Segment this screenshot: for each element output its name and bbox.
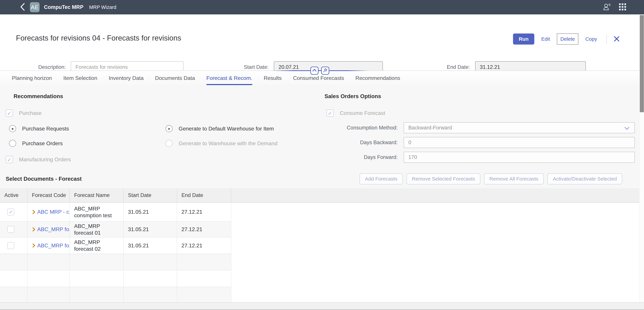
table-row: ABC_MRP fo... ABC_MRP forecast 01 31.05.…: [0, 222, 644, 237]
cell-start-date: 31.05.21: [124, 237, 177, 254]
chevron-right-icon: [32, 243, 36, 248]
edit-button[interactable]: Edit: [538, 33, 554, 44]
purchase-requests-label: Purchase Requests: [22, 126, 69, 132]
tabs: Planning horizon Item Selection Inventor…: [12, 71, 400, 85]
manufacturing-orders-checkbox[interactable]: ✓: [6, 156, 13, 163]
page-header: Forecasts for revisions 04 - Forecasts f…: [0, 14, 644, 70]
chevron-right-icon: [32, 227, 36, 232]
page-title: Forecasts for revisions 04 - Forecasts f…: [16, 34, 181, 42]
consumption-method-select[interactable]: Backward-Forward: [404, 122, 635, 133]
generate-default-warehouse-radio[interactable]: ●: [166, 125, 172, 132]
consume-forecast-label: Consume Forecast: [340, 110, 385, 116]
consumption-method-label: Consumption Method:: [319, 122, 398, 133]
table-row-empty: [0, 254, 644, 270]
table-row-empty: [0, 270, 644, 287]
forecast-code-link[interactable]: ABC MRP - c...: [32, 209, 74, 215]
generate-demand-warehouse-label: Generate to Warehouse with the Demand: [178, 140, 278, 147]
app-name: CompuTec MRP: [44, 4, 83, 10]
back-chevron-icon: [20, 3, 25, 11]
cell-end-date: 27.12.21: [177, 237, 231, 254]
activate-deactivate-selected-button[interactable]: Activate/Deactivate Selected: [548, 173, 622, 184]
user-menu-button[interactable]: [602, 2, 612, 12]
table-row-empty: [0, 287, 644, 304]
tab-results[interactable]: Results: [264, 71, 282, 85]
cell-start-date: 31.05.21: [124, 203, 177, 222]
tab-item-selection[interactable]: Item Selection: [63, 71, 97, 85]
chevron-right-icon: [32, 209, 36, 215]
consume-forecast-checkbox[interactable]: ✓: [326, 110, 334, 117]
back-button[interactable]: [18, 2, 28, 12]
forecast-code-link[interactable]: ABC_MRP fo...: [32, 243, 74, 249]
tab-consumed-forecasts[interactable]: Consumed Forecasts: [293, 71, 344, 85]
close-icon: [614, 36, 620, 42]
tab-forecast-recom[interactable]: Forecast & Recom.: [206, 71, 252, 85]
table-header-row: Active Forecast Code Forecast Name Start…: [0, 188, 644, 203]
app-grid-button[interactable]: [617, 2, 628, 12]
purchase-checkbox[interactable]: ✓: [6, 110, 13, 117]
days-backward-label: Days Backward:: [319, 137, 398, 148]
row-active-checkbox[interactable]: [8, 226, 14, 233]
cell-end-date: 27.12.21: [177, 203, 231, 222]
purchase-label: Purchase: [19, 110, 42, 116]
tab-bar: Planning horizon Item Selection Inventor…: [0, 70, 644, 85]
remove-all-forecasts-button[interactable]: Remove All Forecasts: [484, 173, 544, 184]
tab-recommendations[interactable]: Recommendations: [355, 71, 400, 85]
cell-end-date: 27.12.21: [177, 222, 231, 237]
tab-planning-horizon[interactable]: Planning horizon: [12, 71, 52, 85]
cell-active: [0, 222, 28, 237]
row-active-checkbox[interactable]: [8, 242, 14, 249]
purchase-requests-radio[interactable]: ●: [9, 125, 16, 132]
column-header-start-date[interactable]: Start Date: [124, 188, 177, 202]
horizontal-scrollbar-track[interactable]: [0, 302, 644, 310]
days-forward-input[interactable]: 170: [404, 152, 635, 163]
days-forward-label: Days Forward:: [319, 152, 398, 163]
cell-forecast-name: ABC_MRP forecast 01: [70, 222, 124, 237]
run-button[interactable]: Run: [513, 33, 534, 44]
recommendations-heading: Recommendations: [14, 93, 63, 100]
close-button[interactable]: [611, 33, 622, 44]
forecast-table: Active Forecast Code Forecast Name Start…: [0, 188, 644, 302]
purchase-orders-label: Purchase Orders: [22, 140, 63, 147]
sales-orders-options-heading: Sales Orders Options: [324, 93, 381, 100]
purchase-orders-radio[interactable]: [9, 140, 16, 147]
cell-forecast-code: ABC MRP - c...: [28, 203, 70, 222]
add-forecasts-button[interactable]: Add Forecasts: [360, 173, 403, 184]
actions-divider: [606, 34, 607, 44]
remove-selected-forecasts-button[interactable]: Remove Selected Forecasts: [406, 173, 480, 184]
column-header-active[interactable]: Active: [0, 188, 28, 202]
page-name: MRP Wizard: [89, 4, 116, 10]
delete-button[interactable]: Delete: [557, 33, 578, 44]
copy-button[interactable]: Copy: [582, 33, 600, 44]
cell-start-date: 31.05.21: [124, 222, 177, 237]
tab-inventory-data[interactable]: Inventory Data: [109, 71, 144, 85]
app-logo: AE: [30, 2, 40, 12]
header-actions: Run Edit Delete Copy: [513, 33, 622, 45]
column-header-forecast-name[interactable]: Forecast Name: [70, 188, 124, 202]
column-header-end-date[interactable]: End Date: [177, 188, 231, 202]
table-row: ABC_MRP fo... ABC_MRP forecast 02 31.05.…: [0, 237, 644, 254]
generate-default-warehouse-label: Generate to Default Warehouse for Item: [178, 126, 274, 132]
vertical-scrollbar-thumb[interactable]: [640, 15, 644, 112]
column-header-forecast-code[interactable]: Forecast Code: [28, 188, 70, 202]
select-documents-heading: Select Documents - Forecast: [6, 176, 82, 182]
chevron-down-icon: [624, 126, 630, 132]
cell-forecast-code: ABC_MRP fo...: [28, 237, 70, 254]
tab-documents-data[interactable]: Documents Data: [155, 71, 195, 85]
vertical-scrollbar-track[interactable]: [639, 14, 644, 302]
generate-demand-warehouse-radio[interactable]: [166, 140, 172, 147]
cell-forecast-name: ABC_MRP forecast 02: [70, 237, 124, 254]
cell-active: ✓: [0, 203, 28, 222]
user-icon: [602, 2, 611, 12]
grid-icon: [619, 3, 626, 11]
manufacturing-orders-label: Manufacturing Orders: [19, 156, 71, 163]
row-active-checkbox[interactable]: ✓: [8, 208, 14, 215]
topbar: AE CompuTec MRP MRP Wizard: [0, 0, 644, 14]
cell-active: [0, 237, 28, 254]
cell-forecast-code: ABC_MRP fo...: [28, 222, 70, 237]
days-backward-input[interactable]: 0: [404, 137, 635, 148]
table-row: ✓ ABC MRP - c... ABC_MRP consmption test…: [0, 203, 644, 222]
cell-forecast-name: ABC_MRP consmption test: [70, 203, 124, 222]
forecast-code-link[interactable]: ABC_MRP fo...: [32, 226, 74, 232]
forecast-recom-panel: Recommendations Sales Orders Options ✓ P…: [0, 85, 644, 188]
